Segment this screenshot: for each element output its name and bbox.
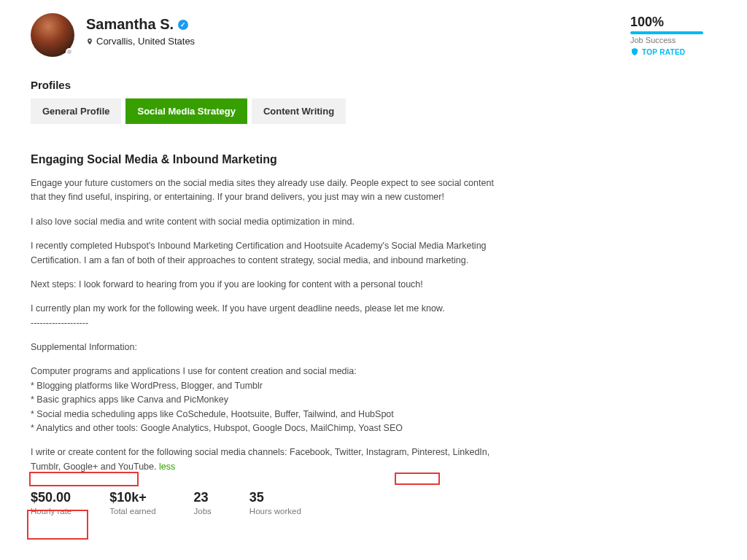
profile-description: Engage your future customers on the soci… [31,176,498,474]
stat-label: Jobs [194,507,212,516]
job-success-pct: 100% [630,15,664,30]
description-paragraph: I also love social media and write conte… [31,215,498,229]
stat-value: $10k+ [109,490,155,505]
stat-hourly-rate: $50.00Hourly rate [31,490,71,516]
tab-general-profile[interactable]: General Profile [31,98,121,124]
verified-icon [178,20,188,30]
job-success-label: Job Success [630,36,718,44]
description-paragraph: Next steps: I look forward to hearing fr… [31,278,498,292]
description-paragraph: I currently plan my work for the followi… [31,302,498,330]
highlight-box [395,472,440,485]
stat-label: Hourly rate [31,507,71,516]
avatar[interactable] [31,13,74,57]
top-rated-label: TOP RATED [642,48,685,56]
profiles-heading: Profiles [31,79,718,91]
description-paragraph: Supplemental Information: [31,341,498,354]
tab-content-writing[interactable]: Content Writing [252,98,346,124]
stat-label: Total earned [109,507,155,516]
section-title: Engaging Social Media & Inbound Marketin… [31,153,718,166]
tab-social-media-strategy[interactable]: Social Media Strategy [125,98,247,124]
stat-value: 35 [249,490,301,505]
job-success-block: 100% Job Success TOP RATED [630,13,718,56]
description-paragraph: Engage your future customers on the soci… [31,176,498,205]
description-paragraph: Computer programs and applications I use… [31,365,498,435]
less-link[interactable]: less [159,462,175,472]
stat-jobs: 23Jobs [194,490,212,516]
status-dot-icon [66,48,73,55]
stat-value: $50.00 [31,490,71,505]
job-success-bar [630,31,703,34]
stat-total-earned: $10k+Total earned [109,490,155,516]
stat-label: Hours worked [249,507,301,516]
profile-name: Samantha S. [86,16,174,33]
profile-location: Corvallis, United States [96,36,195,47]
location-pin-icon [86,37,93,46]
highlight-box [29,472,139,486]
shield-icon [630,47,639,56]
stat-value: 23 [194,490,212,505]
description-paragraph: I recently completed Hubspot's Inbound M… [31,239,498,268]
stat-hours-worked: 35Hours worked [249,490,301,516]
description-paragraph: I write or create content for the follow… [31,446,498,474]
